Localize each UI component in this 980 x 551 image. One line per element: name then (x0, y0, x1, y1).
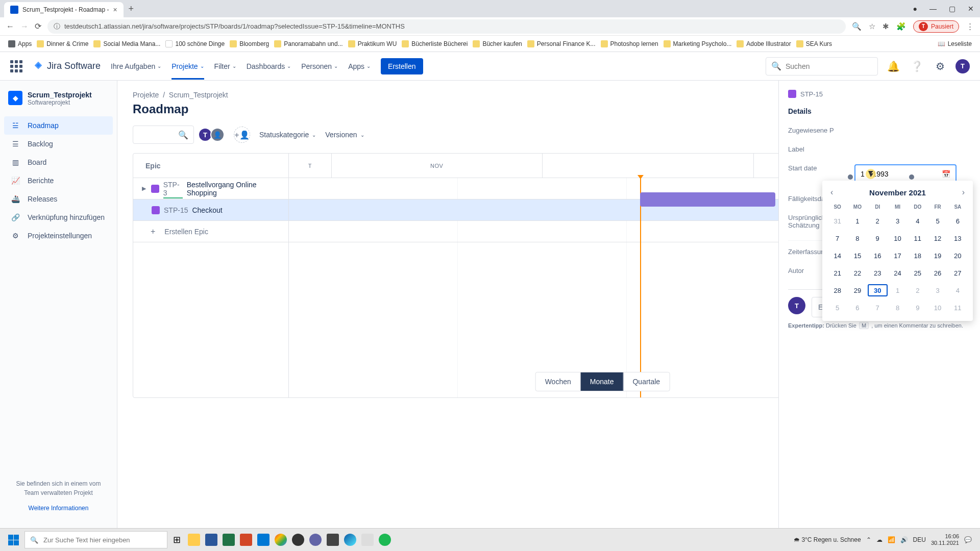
calendar-day[interactable]: 21 (827, 267, 847, 279)
calendar-day[interactable]: 10 (927, 302, 947, 314)
menu-icon[interactable]: ⋮ (966, 22, 974, 31)
sidebar-item-board[interactable]: ▥Board (4, 153, 113, 171)
sidebar-item-roadmap[interactable]: ☱Roadmap (4, 116, 113, 135)
bookmark-item[interactable]: Bloomberg (230, 40, 269, 47)
calendar-day[interactable]: 9 (868, 232, 888, 244)
user-avatar[interactable]: T (955, 59, 970, 73)
apps-bookmark[interactable]: Apps (8, 40, 32, 47)
nav-filters[interactable]: Filter⌄ (214, 62, 236, 70)
search-field[interactable] (786, 62, 872, 70)
mail-icon[interactable] (255, 531, 272, 548)
app-icon[interactable] (307, 531, 324, 548)
chrome-icon[interactable] (273, 531, 289, 548)
calendar-day[interactable]: 1 (847, 215, 867, 227)
calendar-day[interactable]: 2 (868, 215, 888, 227)
calendar-day[interactable]: 25 (908, 267, 927, 279)
breadcrumb-projects-link[interactable]: Projekte (133, 91, 159, 99)
explorer-icon[interactable] (186, 531, 202, 548)
calendar-day[interactable]: 14 (827, 249, 847, 262)
calendar-day[interactable]: 29 (847, 284, 867, 296)
epic-bar[interactable] (640, 192, 775, 207)
calendar-day[interactable]: 28 (827, 284, 847, 296)
maximize-icon[interactable]: ▢ (947, 5, 958, 13)
issue-search-input[interactable]: 🔍 (133, 126, 194, 144)
calendar-day[interactable]: 1 (888, 284, 908, 296)
calendar-day[interactable]: 15 (847, 249, 867, 262)
sidebar-item-settings[interactable]: ⚙Projekteinstellungen (4, 227, 113, 245)
notifications-icon[interactable]: 💬 (964, 536, 972, 543)
sidebar-item-add-link[interactable]: 🔗Verknüpfung hinzufügen (4, 208, 113, 227)
puzzle-icon[interactable]: 🧩 (896, 22, 906, 31)
bookmark-item[interactable]: Panoramabahn und... (274, 40, 342, 47)
add-people-button[interactable]: +👤 (234, 127, 250, 143)
powerpoint-icon[interactable] (238, 531, 254, 548)
versions-filter[interactable]: Versionen⌄ (325, 131, 364, 139)
calendar-day[interactable]: 4 (908, 215, 927, 227)
status-filter[interactable]: Statuskategorie⌄ (259, 131, 316, 139)
bookmark-item[interactable]: Photoshop lernen (601, 40, 658, 47)
bookmark-item[interactable]: Adobe Illustrator (737, 40, 791, 47)
calendar-day[interactable]: 26 (927, 267, 947, 279)
bookmark-item[interactable]: Social Media Mana... (93, 40, 160, 47)
calendar-day[interactable]: 8 (847, 232, 867, 244)
calendar-day[interactable]: 20 (948, 249, 968, 262)
nav-projects[interactable]: Projekte⌄ (172, 62, 204, 70)
app-switcher-icon[interactable] (10, 60, 22, 72)
calendar-day[interactable]: 13 (948, 232, 968, 244)
sidebar-item-releases[interactable]: 🚢Releases (4, 190, 113, 208)
star-icon[interactable]: ☆ (869, 22, 875, 31)
close-icon[interactable]: × (113, 6, 117, 14)
wifi-icon[interactable]: 📶 (888, 536, 895, 543)
calendar-day[interactable]: 5 (827, 302, 847, 314)
app-icon[interactable] (359, 531, 376, 548)
edge-icon[interactable] (342, 531, 358, 548)
create-button[interactable]: Erstellen (381, 58, 423, 74)
create-epic-button[interactable]: Erstellen Epic (133, 221, 288, 242)
calendar-day[interactable]: 9 (908, 302, 927, 314)
profile-paused-pill[interactable]: T Pausiert (913, 20, 959, 33)
calendar-day[interactable]: 11 (948, 302, 968, 314)
calendar-day[interactable]: 17 (888, 249, 908, 262)
zoom-icon[interactable]: 🔍 (852, 22, 862, 31)
bookmark-item[interactable]: Marketing Psycholo... (664, 40, 732, 47)
calendar-day[interactable]: 27 (948, 267, 968, 279)
prev-month-button[interactable]: ‹ (827, 188, 836, 197)
bookmark-item[interactable]: Bücherliste Bücherei (402, 40, 468, 47)
calendar-day[interactable]: 12 (927, 232, 947, 244)
word-icon[interactable] (203, 531, 219, 548)
app-icon[interactable] (325, 531, 341, 548)
issue-key[interactable]: STP-3 (163, 181, 183, 197)
bookmark-item[interactable]: Personal Finance K... (527, 40, 596, 47)
excel-icon[interactable] (220, 531, 237, 548)
sidebar-item-backlog[interactable]: ☰Backlog (4, 135, 113, 153)
calendar-day[interactable]: 16 (868, 249, 888, 262)
minimize-icon[interactable]: — (927, 5, 939, 13)
nav-people[interactable]: Personen⌄ (301, 62, 338, 70)
sidebar-info-link[interactable]: Weitere Informationen (10, 505, 107, 512)
nav-apps[interactable]: Apps⌄ (348, 62, 371, 70)
calendar-day[interactable]: 4 (948, 284, 968, 296)
account-dot-icon[interactable]: ● (911, 5, 919, 13)
forward-icon[interactable]: → (20, 22, 29, 31)
calendar-day[interactable]: 3 (927, 284, 947, 296)
weather-widget[interactable]: 🌧 3°C Regen u. Schnee (794, 536, 861, 543)
calendar-day[interactable]: 31 (827, 215, 847, 227)
zoom-quarters[interactable]: Quartale (623, 372, 669, 391)
expand-icon[interactable]: ▶ (140, 185, 147, 192)
calendar-day[interactable]: 22 (847, 267, 867, 279)
details-issue-key[interactable]: STP-15 (800, 90, 823, 98)
calendar-day[interactable]: 10 (888, 232, 908, 244)
calendar-day[interactable]: 24 (888, 267, 908, 279)
nav-dashboards[interactable]: Dashboards⌄ (247, 62, 291, 70)
calendar-day[interactable]: 2 (908, 284, 927, 296)
calendar-day[interactable]: 3 (888, 215, 908, 227)
bookmark-item[interactable]: SEA Kurs (796, 40, 832, 47)
calendar-day[interactable]: 6 (847, 302, 867, 314)
notifications-icon[interactable]: 🔔 (885, 58, 901, 74)
nav-your-work[interactable]: Ihre Aufgaben⌄ (111, 62, 161, 70)
calendar-day[interactable]: 7 (868, 302, 888, 314)
calendar-day[interactable]: 30 (868, 284, 888, 296)
browser-tab[interactable]: Scrum_Testprojekt - Roadmap - × (4, 2, 124, 17)
calendar-day[interactable]: 11 (908, 232, 927, 244)
calendar-day[interactable]: 5 (927, 215, 947, 227)
